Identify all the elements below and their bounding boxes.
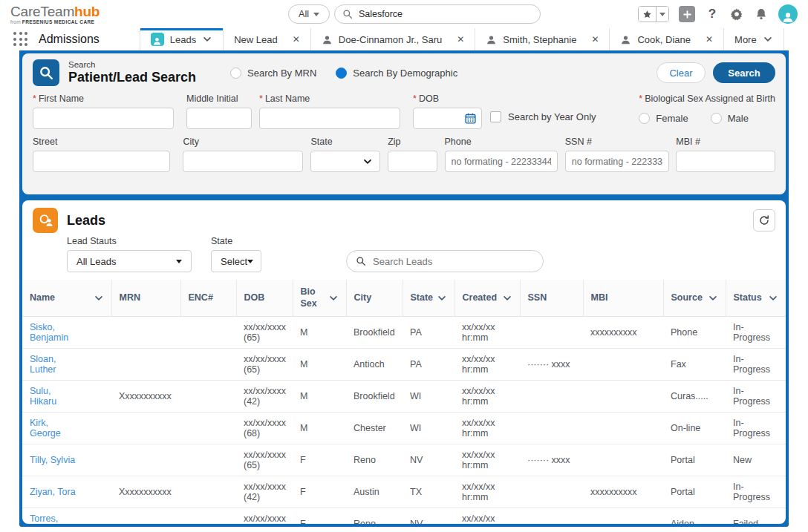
lead-status-dropdown[interactable]: All Leads: [67, 250, 192, 272]
middle-initial-field[interactable]: [186, 108, 252, 129]
chevron-down-icon[interactable]: [202, 34, 212, 45]
search-scope-dropdown[interactable]: All: [288, 4, 330, 24]
chevron-down-icon[interactable]: [763, 34, 773, 45]
cell-enc: [180, 349, 236, 381]
sort-chevron-icon[interactable]: [502, 293, 512, 303]
cell-dob: xx/xx/xxxx (68): [236, 413, 293, 444]
zip-field[interactable]: [388, 151, 437, 172]
search-button[interactable]: Search: [713, 62, 775, 83]
leads-title: Leads: [67, 213, 105, 229]
lead-name-link[interactable]: Kirk, George: [22, 413, 111, 444]
global-search-box[interactable]: [334, 4, 541, 24]
setup-gear-icon[interactable]: [729, 7, 744, 22]
search-icon: [356, 256, 366, 266]
lead-name-link[interactable]: Ziyan, Tora: [22, 476, 111, 508]
help-icon[interactable]: ?: [705, 7, 720, 22]
search-by-year-only-checkbox[interactable]: Search by Year Only: [490, 111, 596, 122]
logo-tagline: from FRESENIUS MEDICAL CARE: [10, 20, 100, 25]
radio-female[interactable]: Female: [639, 113, 688, 124]
global-search-input[interactable]: [359, 9, 532, 19]
column-header-state[interactable]: State: [403, 280, 454, 317]
leads-search-box[interactable]: [346, 250, 544, 272]
radio-icon[interactable]: [230, 68, 241, 79]
radio-icon[interactable]: [639, 113, 650, 124]
calendar-icon[interactable]: [464, 112, 477, 125]
tab-smith-stephanie[interactable]: Smith, Stephanie✕: [475, 28, 609, 50]
cell-mrn: [111, 444, 180, 476]
radio-search-by-demographic[interactable]: Search By Demographic: [336, 68, 457, 79]
add-button[interactable]: [679, 6, 695, 22]
favorites-caret-icon[interactable]: [656, 7, 668, 22]
close-icon[interactable]: ✕: [706, 34, 713, 45]
leads-table-body: Sisko, Benjaminxx/xx/xxxx (65)MBrookfiel…: [22, 317, 786, 524]
table-row: Tilly, Sylviaxx/xx/xxxx (65)FRenoNVxx/xx…: [22, 444, 786, 476]
table-row: Sisko, Benjaminxx/xx/xxxx (65)MBrookfiel…: [22, 317, 786, 349]
close-icon[interactable]: ✕: [457, 34, 464, 45]
sort-chevron-icon[interactable]: [437, 293, 447, 303]
sort-chevron-icon[interactable]: [328, 293, 339, 303]
cell-state: PA: [403, 349, 454, 381]
cell-city: Reno: [346, 444, 403, 476]
column-header-status[interactable]: Status: [726, 280, 786, 317]
refresh-icon: [758, 214, 770, 226]
street-field[interactable]: [33, 151, 170, 172]
dob-label: *DOB: [413, 93, 482, 104]
tab-new-lead[interactable]: New Lead✕: [223, 28, 310, 50]
leads-state-dropdown[interactable]: Select: [211, 250, 261, 272]
mbi-field[interactable]: [676, 151, 775, 172]
cell-mbi: [583, 381, 663, 413]
leads-search-input[interactable]: [373, 256, 534, 267]
refresh-button[interactable]: [753, 209, 775, 231]
top-bar: CareTeamhub from FRESENIUS MEDICAL CARE …: [0, 0, 808, 28]
user-avatar[interactable]: [778, 4, 798, 24]
state-select[interactable]: [310, 151, 380, 172]
clear-button[interactable]: Clear: [656, 62, 706, 83]
lead-name-link[interactable]: Sulu, Hikaru: [22, 381, 111, 413]
column-header-source[interactable]: Source: [663, 280, 726, 317]
favorites-button[interactable]: [638, 6, 669, 22]
cell-state: TX: [403, 476, 454, 508]
phone-field[interactable]: [445, 151, 558, 172]
lead-name-link[interactable]: Tilly, Sylvia: [22, 444, 111, 476]
cell-mbi: [583, 413, 663, 444]
column-header-name[interactable]: Name: [22, 280, 111, 317]
tab-more[interactable]: More: [723, 28, 784, 50]
last-name-field[interactable]: [259, 108, 400, 129]
tab-cook-diane[interactable]: Cook, Diane✕: [609, 28, 723, 50]
cell-bio_sex: M: [293, 349, 346, 381]
radio-icon[interactable]: [711, 113, 722, 124]
app-launcher-waffle-icon[interactable]: [13, 32, 28, 47]
last-name-label: *Last Name: [259, 93, 400, 104]
cell-mrn: [111, 413, 180, 444]
radio-male[interactable]: Male: [711, 113, 749, 124]
first-name-field[interactable]: [33, 108, 174, 129]
star-icon[interactable]: [639, 7, 656, 22]
column-header-enc: ENC#: [180, 280, 236, 317]
city-field[interactable]: [183, 151, 303, 172]
cell-created: xx/xx/xx hr:mm: [454, 317, 520, 349]
radio-icon-checked[interactable]: [336, 68, 347, 79]
column-header-created[interactable]: Created: [454, 280, 520, 317]
cell-state: NV: [403, 444, 454, 476]
radio-search-by-mrn[interactable]: Search By MRN: [230, 68, 316, 79]
tab-label: Doe-Cinnamon Jr., Saru: [339, 34, 442, 45]
checkbox-icon[interactable]: [490, 111, 501, 122]
app-name: Admissions: [39, 33, 100, 46]
tab-leads[interactable]: Leads: [140, 28, 223, 50]
lead-name-link[interactable]: Torres, B'Elanna: [22, 508, 111, 524]
table-row: Kirk, Georgexx/xx/xxxx (68)MChesterWIxx/…: [22, 413, 786, 444]
cell-status: In-Progress: [726, 349, 786, 381]
lead-name-link[interactable]: Sisko, Benjamin: [22, 317, 111, 349]
ssn-field[interactable]: [565, 151, 670, 172]
cell-ssn: ······· xxxx: [520, 444, 583, 476]
lead-name-link[interactable]: Sloan, Luther: [22, 349, 111, 381]
sort-chevron-icon[interactable]: [94, 293, 104, 303]
lead-record-icon: [151, 33, 164, 46]
tab-doe-cinnamon-jr-saru[interactable]: Doe-Cinnamon Jr., Saru✕: [310, 28, 475, 50]
notifications-bell-icon[interactable]: [754, 7, 769, 22]
column-header-bio_sex[interactable]: Bio Sex: [293, 280, 346, 317]
sort-chevron-icon[interactable]: [768, 293, 778, 303]
close-icon[interactable]: ✕: [293, 34, 300, 45]
close-icon[interactable]: ✕: [591, 34, 599, 45]
sort-chevron-icon[interactable]: [708, 293, 718, 303]
